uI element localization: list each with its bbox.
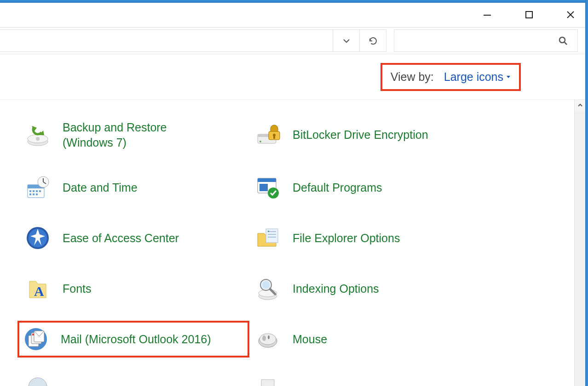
close-button[interactable] — [563, 7, 578, 22]
svg-text:A: A — [34, 284, 44, 299]
svg-point-14 — [259, 141, 261, 142]
svg-point-56 — [262, 335, 266, 341]
bitlocker-icon — [255, 122, 281, 148]
svg-point-58 — [29, 378, 47, 386]
item-label: Date and Time — [63, 180, 138, 195]
item-backup-restore[interactable]: Backup and Restore (Windows 7) — [23, 118, 244, 152]
svg-rect-26 — [33, 193, 35, 195]
vertical-scrollbar[interactable] — [574, 100, 585, 386]
content: Backup and Restore (Windows 7) BitLocker… — [0, 100, 574, 386]
svg-rect-25 — [29, 193, 31, 195]
viewby-value-text: Large icons — [444, 70, 503, 84]
viewby-row: View by: Large icons — [0, 54, 585, 100]
svg-point-47 — [262, 281, 270, 289]
minimize-icon — [482, 10, 492, 20]
window-right-border — [585, 0, 588, 386]
svg-rect-38 — [266, 229, 278, 243]
item-date-time[interactable]: Date and Time — [23, 173, 244, 202]
svg-point-37 — [35, 236, 40, 240]
mail-icon — [23, 326, 49, 352]
item-label: Backup and Restore (Windows 7) — [63, 120, 214, 150]
item-label: Indexing Options — [293, 281, 379, 296]
indexing-options-icon — [255, 276, 281, 301]
viewby-dropdown[interactable]: Large icons — [444, 70, 511, 84]
generic-icon — [25, 374, 51, 386]
item-partial-right[interactable] — [253, 372, 511, 386]
svg-point-4 — [559, 37, 565, 43]
item-partial-left[interactable] — [23, 372, 244, 386]
ease-of-access-icon — [25, 225, 51, 251]
svg-rect-32 — [258, 178, 276, 182]
item-ease-of-access[interactable]: Ease of Access Center — [23, 223, 244, 253]
search-box[interactable] — [394, 29, 578, 52]
titlebar — [0, 3, 585, 27]
address-bar[interactable] — [0, 29, 386, 52]
minimize-button[interactable] — [479, 7, 495, 23]
maximize-icon — [525, 10, 534, 19]
item-label: BitLocker Drive Encryption — [293, 127, 428, 142]
address-dropdown-button[interactable] — [333, 30, 359, 51]
item-label: Mail (Microsoft Outlook 2016) — [61, 332, 211, 347]
svg-rect-23 — [36, 190, 38, 192]
svg-point-55 — [259, 334, 276, 345]
item-mail-highlight[interactable]: Mail (Microsoft Outlook 2016) — [17, 321, 249, 358]
toolbar — [0, 27, 585, 54]
partial-row — [23, 369, 574, 386]
item-fonts[interactable]: A Fonts — [23, 274, 244, 303]
svg-rect-27 — [36, 193, 38, 195]
caret-down-icon — [506, 74, 511, 79]
search-input[interactable] — [404, 35, 558, 46]
chevron-up-icon — [577, 102, 583, 108]
refresh-icon — [368, 36, 378, 46]
chevron-down-icon — [342, 37, 351, 45]
svg-rect-33 — [259, 184, 268, 191]
svg-rect-21 — [29, 190, 31, 192]
item-indexing-options[interactable]: Indexing Options — [253, 274, 511, 303]
window: View by: Large icons Backup and Restore … — [0, 3, 585, 386]
default-programs-icon — [255, 175, 281, 200]
svg-rect-59 — [261, 380, 274, 386]
item-default-programs[interactable]: Default Programs — [253, 173, 511, 202]
svg-rect-22 — [33, 190, 35, 192]
maximize-button[interactable] — [522, 7, 536, 22]
file-explorer-options-icon — [255, 225, 281, 251]
search-icon — [558, 36, 568, 46]
item-label: Mouse — [293, 332, 327, 347]
item-file-explorer-options[interactable]: File Explorer Options — [253, 223, 511, 253]
generic-icon — [255, 374, 281, 386]
viewby-highlight: View by: Large icons — [380, 63, 521, 91]
svg-rect-24 — [39, 190, 41, 192]
svg-marker-6 — [507, 76, 510, 78]
scroll-up-button[interactable] — [575, 100, 585, 111]
svg-point-57 — [268, 335, 270, 339]
fonts-icon: A — [25, 276, 51, 301]
mouse-icon — [255, 326, 281, 352]
clock-calendar-icon — [25, 175, 51, 200]
item-label: Ease of Access Center — [63, 231, 179, 246]
item-label: Fonts — [63, 281, 92, 296]
item-mouse[interactable]: Mouse — [253, 324, 511, 354]
content-wrap: Backup and Restore (Windows 7) BitLocker… — [0, 100, 585, 386]
viewby-label: View by: — [391, 70, 434, 84]
items-grid: Backup and Restore (Windows 7) BitLocker… — [23, 118, 574, 354]
backup-icon — [25, 122, 51, 148]
svg-rect-17 — [273, 136, 275, 139]
item-bitlocker[interactable]: BitLocker Drive Encryption — [253, 120, 511, 150]
item-label: File Explorer Options — [293, 231, 400, 246]
item-label: Default Programs — [293, 180, 382, 195]
close-icon — [566, 10, 575, 19]
refresh-button[interactable] — [359, 30, 386, 51]
svg-rect-1 — [526, 11, 532, 18]
svg-line-5 — [565, 42, 567, 45]
svg-point-9 — [36, 137, 40, 141]
